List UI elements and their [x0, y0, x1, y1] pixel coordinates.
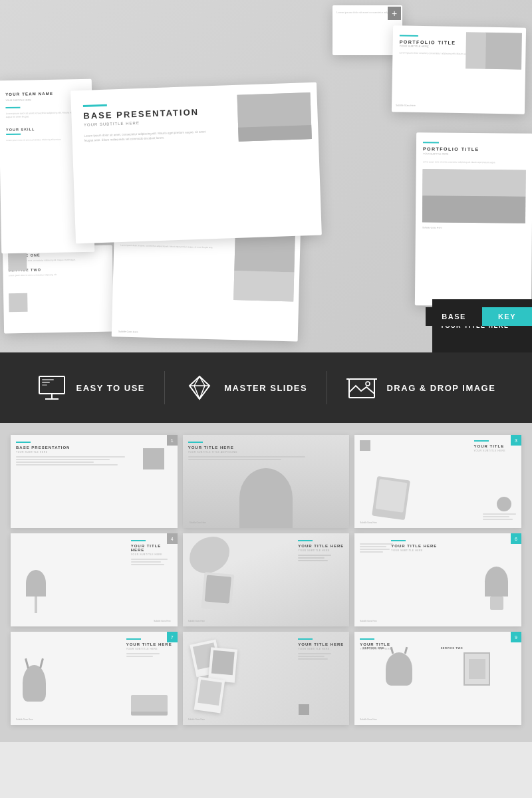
- svg-rect-4: [42, 382, 50, 383]
- thumb-4-lines: [131, 559, 171, 565]
- portfolio-r-body: Lorem ipsum dolor sit amet consectetur a…: [423, 160, 526, 164]
- thumb-6: 6 YO: [354, 533, 521, 626]
- feature-divider-2: [327, 371, 327, 404]
- accent-line-2: [6, 133, 21, 134]
- thumb-5-lines: [298, 555, 344, 561]
- thumb-9-service-two: SERVICE TWO: [441, 646, 513, 650]
- thumb-9-frame: [464, 652, 490, 686]
- thumb-5-caption: Subtitle Goes Here: [188, 620, 205, 622]
- thumb-3-title: YOUR TITLE: [474, 444, 506, 448]
- thumb-3-caption: Subtitle Goes Here: [360, 521, 376, 524]
- thumb-8-sq: [299, 704, 309, 715]
- diamond-icon: [184, 372, 215, 403]
- accent-line: [5, 107, 20, 108]
- thumb-4-sub: YOUR SUBTITLE HERE: [131, 553, 171, 556]
- svg-point-12: [366, 382, 370, 386]
- thumb-9-col-left: SERVICE ONE: [360, 646, 438, 718]
- feature-master-slides: MASTER SLIDES: [184, 372, 307, 403]
- thumb-accent: [16, 442, 31, 443]
- portfolio-r-img: [422, 169, 526, 223]
- thumb-8: 8 YOUR TITLE HERE YOUR SUBTITLE HERE: [183, 632, 350, 725]
- image-icon: [346, 372, 377, 403]
- thumb-6-accent: [391, 540, 406, 541]
- thumb-8-photo-2: [208, 647, 237, 682]
- plus-icon-overlay: +: [388, 7, 401, 20]
- thumb-9-col-right: SERVICE TWO: [438, 646, 516, 718]
- thumbs-row-3: 7 YOUR TITLE HERE: [11, 632, 521, 725]
- thumb-3-accent: [474, 440, 489, 442]
- thumb-8-accent: [298, 638, 313, 640]
- portfolio2-image: [233, 227, 295, 301]
- svg-rect-5: [42, 384, 47, 386]
- thumb-3-sub: YOUR SUBTITLE HERE: [474, 450, 506, 452]
- base-tab[interactable]: BASE: [426, 307, 482, 326]
- thumb-8-lines: [298, 653, 344, 660]
- service-img-1: [8, 252, 27, 271]
- svg-marker-6: [190, 376, 209, 399]
- thumb-9: 9 SERVICE ONE SERVICE TWO: [354, 632, 521, 725]
- thumb-9-caption: Subtitle Goes Here: [360, 718, 376, 721]
- portfolio-r-accent: [423, 142, 439, 143]
- thumb-7-laptop: [131, 695, 168, 718]
- feature-divider-1: [164, 371, 165, 404]
- thumb-6-title: YOUR TITLE HERE: [391, 544, 437, 548]
- svg-rect-3: [42, 379, 54, 380]
- thumb-2-title: YOUR TITLE HERE: [188, 446, 344, 450]
- slide-image-2: [466, 32, 486, 69]
- thumb-8-photo-3: [194, 676, 225, 713]
- main-slide-image: [237, 92, 311, 142]
- slide-portfolio-right: PORTFOLIO TITLE YOUR SUBTITLE HERE Lorem…: [415, 132, 532, 307]
- slide-service: SERVICE ONE Lorem ipsum dolor sit amet, …: [3, 245, 114, 334]
- thumb-7-sub: YOUR SUBTITLE HERE: [126, 648, 172, 650]
- easy-to-use-label: EASY TO USE: [76, 383, 145, 393]
- thumb-7-deer: [16, 665, 53, 715]
- slide-main: BASE PRESENTATION YOUR SUBTITLE HERE Lor…: [70, 82, 322, 244]
- thumb-8-title: YOUR TITLE HERE: [298, 642, 344, 646]
- thumb-4-title: YOUR TITLE HERE: [131, 544, 171, 552]
- thumbs-row-1: 1 BASE PRESENTATION YOUR SUBTITLE HERE 2: [11, 435, 521, 528]
- base-key-tabs: BASE KEY: [426, 307, 532, 326]
- thumb-3-cup: [497, 497, 511, 511]
- drag-drop-label: DRAG & DROP IMAGE: [386, 383, 495, 393]
- portfolio-r-caption: Subtitle Goes Here: [422, 226, 525, 229]
- thumb-5: 5 YOUR TITLE HERE YOUR SUBTITLE HERE: [183, 533, 350, 626]
- slide-caption: Subtitle Goes Here: [396, 104, 416, 107]
- thumb-3-lines: [483, 513, 516, 520]
- feature-drag-drop: DRAG & DROP IMAGE: [346, 372, 495, 403]
- feature-easy-to-use: EASY TO USE: [37, 372, 145, 403]
- thumb-2-caption: Subtitle Goes Here: [190, 521, 206, 524]
- thumb-5-accent: [298, 540, 313, 541]
- thumb-2: 2 YOUR TITLE HERE YOUR SUBTITLE TITLE AD…: [183, 435, 350, 528]
- thumbs-row-2: 4 YOUR TITLE HERE YOUR SUBTITLE HERE: [11, 533, 521, 626]
- thumb-4-plant: [17, 570, 54, 613]
- thumb-2-accent: [188, 442, 203, 443]
- thumb-9-title: YOUR TITLE: [360, 642, 392, 646]
- key-tab[interactable]: KEY: [482, 307, 532, 326]
- portfolio-caption: Subtitle Goes Here: [118, 331, 138, 334]
- thumb-2-sub: YOUR SUBTITLE TITLE ADIPISCING: [188, 451, 344, 454]
- thumb-3-icon: [360, 440, 370, 451]
- thumb-1: 1 BASE PRESENTATION YOUR SUBTITLE HERE: [11, 435, 178, 528]
- presentation-icon: [37, 372, 67, 403]
- thumb-3: 3 YOUR TITLE YOUR SUBTITLE HERE Subtitle…: [354, 435, 521, 528]
- thumb-7-accent: [126, 638, 141, 640]
- main-body: Lorem ipsum dolor sit amet, consectetur …: [84, 129, 206, 143]
- thumb-7: 7 YOUR TITLE HERE: [11, 632, 178, 725]
- main-accent: [83, 104, 107, 107]
- thumb-6-sub: YOUR SUBTITLE HERE: [391, 549, 437, 552]
- thumb-1-icon: [143, 448, 164, 469]
- thumbnails-section: 1 BASE PRESENTATION YOUR SUBTITLE HERE 2: [0, 423, 532, 742]
- thumb-6-caption: Subtitle Goes Here: [360, 620, 376, 622]
- portfolio-r-title: PORTFOLIO TITLE: [423, 146, 526, 152]
- thumb-5-title: YOUR TITLE HERE: [298, 544, 344, 548]
- thumb-7-title: YOUR TITLE HERE: [126, 642, 172, 646]
- thumb-5-sub: YOUR SUBTITLE HERE: [298, 549, 344, 552]
- portfolio2-body: Lorem ipsum dolor sit amet, consectetur …: [120, 244, 215, 249]
- hero-section: Lorem ipsum dolor sit amet consectetur a…: [0, 0, 532, 352]
- thumb-3-tablet: [372, 476, 410, 520]
- features-banner: EASY TO USE MASTER SLIDES: [0, 352, 532, 423]
- thumb-5-tablet: [201, 572, 234, 611]
- thumb-4-caption: Subtitle Goes Here: [154, 620, 170, 622]
- thumb-4: 4 YOUR TITLE HERE YOUR SUBTITLE HERE: [11, 533, 178, 626]
- service-two-body: Lorem ipsum dolor sit amet, consectetur …: [9, 272, 108, 277]
